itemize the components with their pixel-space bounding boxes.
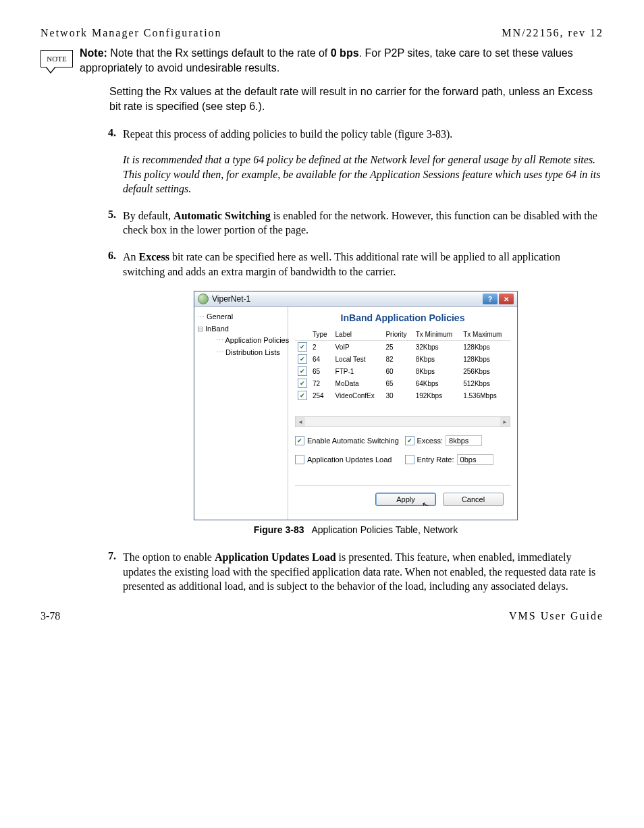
scroll-right-icon[interactable]: ► [500,417,510,426]
cell-label: VoIP [333,341,383,354]
figure-label: Figure 3-83 [254,524,304,535]
close-button[interactable]: ✕ [499,294,514,304]
note-para2: Setting the Rx values at the default rat… [109,84,603,113]
step-body-7: The option to enable Application Updates… [123,550,603,594]
tree-dist-lists[interactable]: Distribution Lists [197,347,285,359]
policy-table-header: Type Label Priority Tx Minimum Tx Maximu… [295,329,510,341]
content-body: 4. Repeat this process of adding policie… [108,127,603,594]
excess-input[interactable]: 8kbps [446,435,482,446]
cell-priority: 65 [383,377,412,389]
cell-label: Local Test [333,353,383,365]
col-txmax[interactable]: Tx Maximum [460,329,510,341]
note-para1: Note: Note that the Rx settings default … [80,46,603,75]
cursor-icon: ↖ [421,499,430,511]
dialog-body: General ⊟ InBand Application Policies Di… [194,307,517,520]
step-7: 7. The option to enable Application Upda… [108,550,603,594]
row-checkbox[interactable]: ✔ [298,391,307,400]
dialog-wrapper: ViperNet-1 ? ✕ General ⊟ InBand Applicat… [108,291,603,520]
note-icon: NOTE [41,50,73,67]
table-row[interactable]: ✔72MoData6564Kbps512Kbps [295,377,510,389]
table-row[interactable]: ✔65FTP-1608Kbps256Kbps [295,365,510,377]
cell-priority: 82 [383,353,412,365]
tree-app-policies[interactable]: Application Policies [197,335,285,347]
col-type[interactable]: Type [310,329,333,341]
step-4: 4. Repeat this process of adding policie… [108,127,603,196]
dialog-main: InBand Application Policies Type Label P… [288,307,517,520]
cell-type: 2 [310,341,333,354]
dialog-titlebar[interactable]: ViperNet-1 ? ✕ [194,292,517,307]
cell-txmax: 512Kbps [460,377,510,389]
cell-type: 65 [310,365,333,377]
cancel-button[interactable]: Cancel [443,493,504,506]
step-body-6: An Excess bit rate can be specified here… [123,250,603,279]
header-left: Network Manager Configuration [41,27,222,39]
apply-button[interactable]: Apply ↖ [375,493,436,506]
horizontal-scrollbar[interactable]: ◄ ► [295,416,510,427]
col-priority[interactable]: Priority [383,329,412,341]
col-label[interactable]: Label [333,329,383,341]
cell-type: 254 [310,389,333,402]
step-num-7: 7. [108,550,123,594]
cell-priority: 30 [383,389,412,402]
cell-txmin: 64Kbps [413,377,461,389]
dialog-tree: General ⊟ InBand Application Policies Di… [194,307,288,520]
row-checkbox[interactable]: ✔ [298,366,307,376]
cell-txmin: 32Kbps [413,341,461,354]
page-header: Network Manager Configuration MN/22156, … [41,27,603,39]
note-text: Note: Note that the Rx settings default … [80,46,603,113]
cell-type: 64 [310,353,333,365]
page-footer: 3-78 VMS User Guide [41,610,603,622]
tree-general[interactable]: General [197,311,285,323]
dialog-footer: Apply ↖ Cancel [295,485,510,513]
cell-label: FTP-1 [333,365,383,377]
dialog-app-icon [198,294,209,304]
figure-caption: Figure 3-83 Application Policies Table, … [108,524,603,535]
step-body-5: By default, Automatic Switching is enabl… [123,209,603,238]
entry-rate-input[interactable]: 0bps [457,454,493,465]
cell-txmax: 128Kbps [460,341,510,354]
app-updates-checkbox[interactable] [295,455,304,464]
dialog-title: ViperNet-1 [212,294,250,304]
row-checkbox[interactable]: ✔ [298,354,307,364]
cell-priority: 60 [383,365,412,377]
dialog-title-left: ViperNet-1 [198,294,250,304]
note-bold: 0 bps [331,47,359,59]
dialog: ViperNet-1 ? ✕ General ⊟ InBand Applicat… [194,291,518,520]
entry-rate-label: Entry Rate: [417,456,454,464]
excess-label: Excess: [417,437,444,445]
step-body-4: Repeat this process of adding policies t… [123,127,603,196]
figure-text: Application Policies Table, Network [311,524,458,535]
step-num-4: 4. [108,127,123,196]
cell-label: MoData [333,377,383,389]
tree-inband[interactable]: ⊟ InBand [197,323,285,335]
row-checkbox[interactable]: ✔ [298,342,307,352]
excess-checkbox[interactable]: ✔ [405,436,414,445]
footer-right: VMS User Guide [509,610,603,622]
cell-txmax: 1.536Mbps [460,389,510,402]
policy-table: Type Label Priority Tx Minimum Tx Maximu… [295,329,510,402]
cell-txmax: 128Kbps [460,353,510,365]
enable-auto-checkbox[interactable]: ✔ [295,436,304,445]
entry-rate-checkbox[interactable] [405,455,414,464]
table-row[interactable]: ✔2VoIP2532Kbps128Kbps [295,341,510,354]
note-icon-label: NOTE [47,55,66,63]
options-row-2: Application Updates Load Entry Rate: 0bp… [295,454,510,465]
cell-type: 72 [310,377,333,389]
footer-left: 3-78 [41,610,60,622]
table-row[interactable]: ✔254VideoConfEx30192Kbps1.536Mbps [295,389,510,402]
dialog-window-buttons: ? ✕ [483,294,514,304]
step-6: 6. An Excess bit rate can be specified h… [108,250,603,279]
enable-auto-label: Enable Automatic Switching [307,437,399,445]
header-right: MN/22156, rev 12 [502,27,603,39]
cell-txmin: 192Kbps [413,389,461,402]
cell-txmin: 8Kbps [413,353,461,365]
step-num-6: 6. [108,250,123,279]
help-button[interactable]: ? [483,294,498,304]
cell-label: VideoConfEx [333,389,383,402]
note-label: Note: [80,47,107,59]
table-row[interactable]: ✔64Local Test828Kbps128Kbps [295,353,510,365]
cell-txmin: 8Kbps [413,365,461,377]
scroll-left-icon[interactable]: ◄ [296,417,305,426]
row-checkbox[interactable]: ✔ [298,379,307,388]
col-txmin[interactable]: Tx Minimum [413,329,461,341]
